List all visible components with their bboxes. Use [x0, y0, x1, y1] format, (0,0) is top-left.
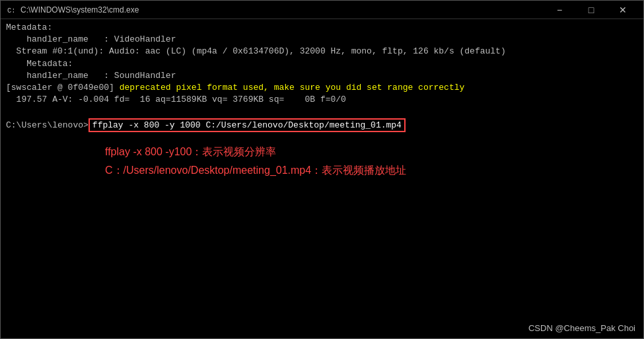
- svg-text:C:: C:: [7, 7, 16, 15]
- title-bar: C: C:\WINDOWS\system32\cmd.exe − □ ✕: [1, 1, 643, 19]
- prompt-text: C:\Users\lenovo>: [6, 120, 89, 130]
- title-bar-left: C: C:\WINDOWS\system32\cmd.exe: [6, 5, 139, 15]
- terminal-line: Metadata:: [6, 22, 638, 34]
- cmd-icon: C:: [6, 5, 17, 15]
- command-box: ffplay -x 800 -y 1000 C:/Users/lenovo/De…: [89, 118, 406, 132]
- terminal-body: Metadata: handler_name : VideoHandler St…: [1, 19, 643, 338]
- terminal-line: Stream #0:1(und): Audio: aac (LC) (mp4a …: [6, 46, 638, 57]
- cmd-window: C: C:\WINDOWS\system32\cmd.exe − □ ✕ Met…: [0, 0, 644, 339]
- terminal-line: Metadata:: [6, 58, 638, 70]
- window-title: C:\WINDOWS\system32\cmd.exe: [20, 5, 139, 15]
- annotation-line-2: C：/Users/lenovo/Desktop/meeting_01.mp4：表…: [105, 161, 638, 180]
- terminal-line: handler_name : SoundHandler: [6, 70, 638, 82]
- terminal-line: handler_name : VideoHandler: [6, 34, 638, 46]
- maximize-button[interactable]: □: [576, 1, 606, 19]
- terminal-line: [6, 106, 638, 118]
- prompt-line: C:\Users\lenovo> ffplay -x 800 -y 1000 C…: [6, 118, 638, 132]
- annotation-block: ffplay -x 800 -y100：表示视频分辨率 C：/Users/len…: [6, 143, 638, 181]
- close-button[interactable]: ✕: [608, 1, 638, 19]
- window-controls: − □ ✕: [544, 1, 638, 19]
- watermark: CSDN @Cheems_Pak Choi: [528, 323, 635, 333]
- terminal-warning-line: [swscaler @ 0f049e00] deprecated pixel f…: [6, 82, 638, 94]
- minimize-button[interactable]: −: [544, 1, 575, 19]
- annotation-line-1: ffplay -x 800 -y100：表示视频分辨率: [105, 143, 638, 162]
- terminal-line: 197.57 A-V: -0.004 fd= 16 aq=11589KB vq=…: [6, 94, 638, 106]
